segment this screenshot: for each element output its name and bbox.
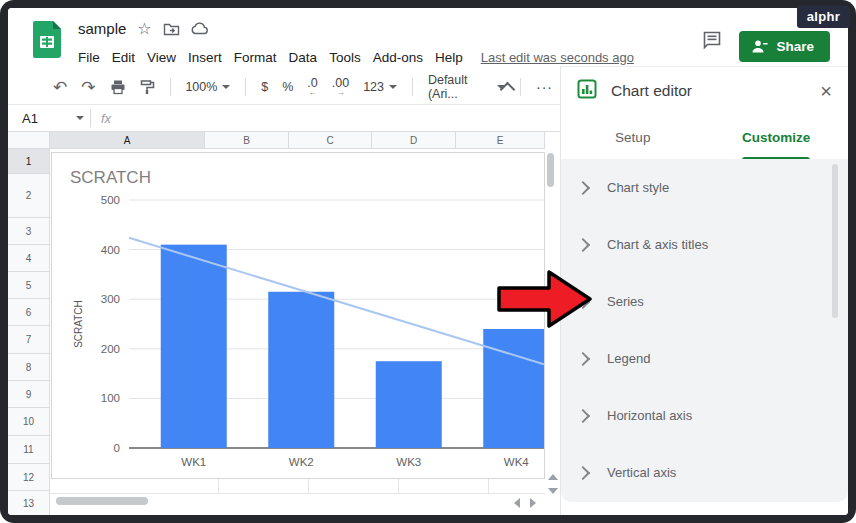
section-chart-axis-titles[interactable]: Chart & axis titles [561, 216, 848, 273]
print-icon[interactable] [110, 79, 126, 95]
select-all-corner[interactable] [8, 132, 50, 149]
column-header-C[interactable]: C [289, 132, 372, 149]
alphr-watermark: alphr [797, 6, 850, 28]
menu-item-data[interactable]: Data [283, 48, 324, 67]
sheets-logo-icon[interactable] [33, 21, 61, 62]
row-header-1[interactable]: 1 [8, 149, 50, 174]
undo-icon[interactable]: ↶ [53, 77, 67, 98]
row-header-13[interactable]: 13 [8, 491, 50, 515]
column-headers: ABCDE [50, 132, 545, 149]
row-header-7[interactable]: 7 [8, 326, 50, 354]
row-header-3[interactable]: 3 [8, 218, 50, 245]
cloud-saved-icon[interactable] [191, 22, 209, 35]
bar-chart: 0100200300400500WK1WK2WK3WK4SCRATCHSCRAT… [52, 153, 544, 478]
column-header-A[interactable]: A [50, 132, 205, 149]
column-header-B[interactable]: B [205, 132, 289, 149]
formula-bar: A1 fx [8, 104, 560, 132]
svg-text:400: 400 [101, 244, 120, 256]
format-currency-button[interactable]: $ [261, 80, 268, 94]
menu-item-format[interactable]: Format [228, 48, 283, 67]
toolbar-divider [412, 78, 413, 96]
row-header-9[interactable]: 9 [8, 381, 50, 408]
star-icon[interactable]: ☆ [137, 21, 151, 37]
column-header-E[interactable]: E [456, 132, 545, 149]
menu-item-tools[interactable]: Tools [323, 48, 367, 67]
section-label: Vertical axis [607, 465, 676, 480]
scroll-left-icon[interactable] [514, 498, 520, 508]
row-header-12[interactable]: 12 [8, 464, 50, 491]
menu-item-view[interactable]: View [141, 48, 182, 67]
section-label: Chart style [607, 180, 669, 195]
row-header-4[interactable]: 4 [8, 245, 50, 272]
formula-input[interactable] [111, 105, 560, 131]
share-label: Share [776, 39, 814, 54]
tab-setup[interactable]: Setup [561, 115, 705, 159]
row-headers: 1234567891011121314 [8, 149, 50, 515]
chart-editor-icon [577, 79, 597, 103]
chevron-right-icon [576, 408, 590, 422]
grid-line [488, 479, 489, 493]
close-icon[interactable]: × [820, 81, 832, 101]
zoom-select[interactable]: 100% [185, 80, 230, 94]
row-header-2[interactable]: 2 [8, 174, 50, 218]
document-title[interactable]: sample [78, 20, 126, 37]
column-header-D[interactable]: D [372, 132, 456, 149]
vertical-scrollbar-thumb[interactable] [547, 153, 554, 187]
grid-line [308, 479, 309, 493]
chevron-right-icon [576, 237, 590, 251]
menu-item-insert[interactable]: Insert [182, 48, 228, 67]
section-horizontal-axis[interactable]: Horizontal axis [561, 387, 848, 444]
decrease-decimal-button[interactable]: .0← [307, 77, 317, 97]
format-percent-button[interactable]: % [282, 80, 293, 94]
section-chart-style[interactable]: Chart style [561, 159, 848, 216]
svg-text:WK4: WK4 [504, 456, 530, 468]
row-header-5[interactable]: 5 [8, 272, 50, 299]
fx-icon: fx [101, 111, 111, 126]
chevron-right-icon [576, 465, 590, 479]
menu-item-edit[interactable]: Edit [106, 48, 141, 67]
share-button[interactable]: Share [739, 31, 830, 62]
redo-icon[interactable]: ↷ [81, 77, 95, 98]
tab-customize[interactable]: Customize [705, 115, 849, 159]
svg-text:SCRATCH: SCRATCH [70, 168, 151, 187]
last-edit-status[interactable]: Last edit was seconds ago [481, 50, 634, 65]
google-sheets-window: sample ☆ FileEditViewInsertFormatDataToo… [8, 8, 848, 515]
svg-text:100: 100 [101, 392, 120, 404]
horizontal-scrollbar-thumb[interactable] [56, 497, 148, 505]
svg-text:WK3: WK3 [396, 456, 421, 468]
move-folder-icon[interactable] [163, 22, 180, 36]
scroll-right-icon[interactable] [530, 498, 536, 508]
toolbar-divider [170, 78, 171, 96]
section-legend[interactable]: Legend [561, 330, 848, 387]
scroll-down-icon[interactable] [548, 488, 558, 494]
svg-text:WK1: WK1 [181, 456, 206, 468]
panel-tabs: Setup Customize [561, 115, 848, 160]
name-box[interactable]: A1 [8, 111, 84, 126]
panel-scrollbar-thumb[interactable] [832, 164, 838, 318]
menu-item-file[interactable]: File [72, 48, 106, 67]
paint-format-icon[interactable] [140, 79, 155, 95]
toolbar: ↶ ↷ 100% $ % .0← .00→ 123 Default (Ari..… [8, 70, 560, 104]
svg-text:WK2: WK2 [289, 456, 314, 468]
toolbar-divider [245, 78, 246, 96]
comment-history-icon[interactable] [702, 30, 722, 54]
person-add-icon [751, 39, 768, 54]
row-header-11[interactable]: 11 [8, 436, 50, 464]
number-format-menu[interactable]: 123 [363, 80, 397, 94]
more-toolbar-button[interactable]: ··· [536, 79, 553, 95]
section-vertical-axis[interactable]: Vertical axis [561, 444, 848, 501]
increase-decimal-button[interactable]: .00→ [332, 77, 349, 97]
chart-editor-panel: Chart editor × Setup Customize Chart sty… [560, 66, 848, 515]
font-select[interactable]: Default (Ari... [428, 73, 505, 101]
panel-title: Chart editor [611, 82, 692, 100]
section-series[interactable]: Series [561, 273, 848, 330]
row-header-6[interactable]: 6 [8, 299, 50, 326]
menu-item-addons[interactable]: Add-ons [367, 48, 429, 67]
row-header-8[interactable]: 8 [8, 354, 50, 381]
row-header-10[interactable]: 10 [8, 408, 50, 436]
section-label: Legend [607, 351, 650, 366]
embedded-chart[interactable]: 0100200300400500WK1WK2WK3WK4SCRATCHSCRAT… [51, 152, 545, 479]
scroll-up-icon[interactable] [548, 474, 558, 480]
app-header: sample ☆ FileEditViewInsertFormatDataToo… [8, 8, 848, 70]
menu-item-help[interactable]: Help [429, 48, 469, 67]
